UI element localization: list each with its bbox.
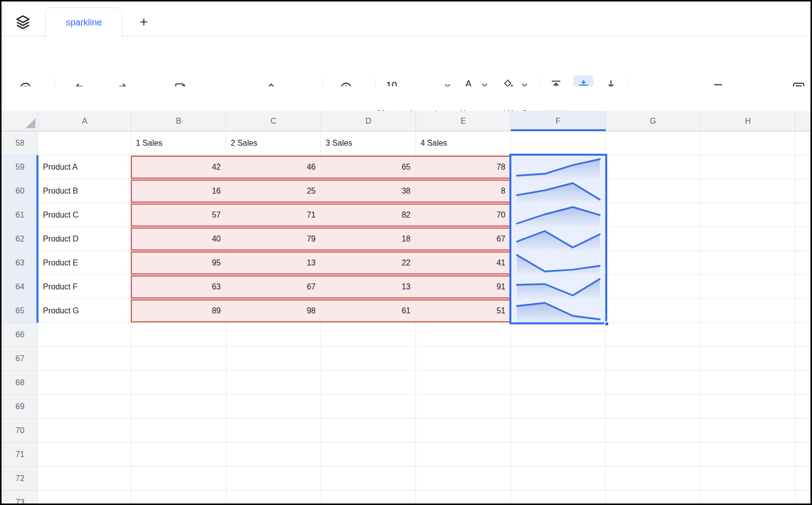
cell-D64[interactable]: 13 — [321, 275, 416, 299]
column-header-E[interactable]: E — [416, 111, 511, 131]
cell-G68[interactable] — [606, 371, 701, 395]
cell-B58[interactable]: 1 Sales — [131, 131, 226, 155]
cell-D62[interactable]: 18 — [321, 227, 416, 251]
cell-B64[interactable]: 63 — [131, 275, 226, 299]
cell-D72[interactable] — [321, 467, 416, 491]
cell-I71[interactable] — [796, 443, 811, 467]
cell-G64[interactable] — [606, 275, 701, 299]
cell-E58[interactable]: 4 Sales — [416, 131, 511, 155]
cell-I67[interactable] — [796, 347, 811, 371]
cell-G65[interactable] — [606, 299, 701, 323]
cell-C71[interactable] — [226, 443, 321, 467]
cell-C67[interactable] — [226, 347, 321, 371]
column-header-I[interactable] — [796, 111, 811, 131]
cell-H69[interactable] — [701, 395, 796, 419]
cell-C64[interactable]: 67 — [226, 275, 321, 299]
cell-H71[interactable] — [701, 443, 796, 467]
cell-E59[interactable]: 78 — [416, 155, 511, 179]
cell-B67[interactable] — [131, 347, 226, 371]
cell-G58[interactable] — [606, 131, 701, 155]
cell-D60[interactable]: 38 — [321, 179, 416, 203]
cell-H61[interactable] — [701, 203, 796, 227]
row-header-59[interactable]: 59 — [1, 155, 38, 179]
cell-B70[interactable] — [131, 419, 226, 443]
cell-G66[interactable] — [606, 323, 701, 347]
cell-D69[interactable] — [321, 395, 416, 419]
cell-A71[interactable] — [38, 443, 131, 467]
cell-G63[interactable] — [606, 251, 701, 275]
cell-E70[interactable] — [416, 419, 511, 443]
row-header-67[interactable]: 67 — [1, 347, 38, 371]
cell-I72[interactable] — [796, 467, 811, 491]
cell-E73[interactable] — [416, 491, 511, 505]
cell-D65[interactable]: 61 — [321, 299, 416, 323]
row-header-66[interactable]: 66 — [1, 323, 38, 347]
cell-B61[interactable]: 57 — [131, 203, 226, 227]
cell-A60[interactable]: Product B — [38, 179, 131, 203]
cell-H59[interactable] — [701, 155, 796, 179]
cell-F70[interactable] — [511, 419, 606, 443]
cell-H73[interactable] — [701, 491, 796, 505]
row-header-70[interactable]: 70 — [1, 419, 38, 443]
cell-E68[interactable] — [416, 371, 511, 395]
cell-E72[interactable] — [416, 467, 511, 491]
cell-B65[interactable]: 89 — [131, 299, 226, 323]
cell-H68[interactable] — [701, 371, 796, 395]
cell-D61[interactable]: 82 — [321, 203, 416, 227]
cell-D70[interactable] — [321, 419, 416, 443]
cell-C63[interactable]: 13 — [226, 251, 321, 275]
cell-I70[interactable] — [796, 419, 811, 443]
cell-I62[interactable] — [796, 227, 811, 251]
cell-B73[interactable] — [131, 491, 226, 505]
cell-E69[interactable] — [416, 395, 511, 419]
cell-G71[interactable] — [606, 443, 701, 467]
cell-D59[interactable]: 65 — [321, 155, 416, 179]
cell-I73[interactable] — [796, 491, 811, 505]
cell-B69[interactable] — [131, 395, 226, 419]
cell-A67[interactable] — [38, 347, 131, 371]
cell-H65[interactable] — [701, 299, 796, 323]
cell-F58[interactable] — [511, 131, 606, 155]
cell-A64[interactable]: Product F — [38, 275, 131, 299]
cell-I59[interactable] — [796, 155, 811, 179]
cell-E64[interactable]: 91 — [416, 275, 511, 299]
cell-H60[interactable] — [701, 179, 796, 203]
cell-D63[interactable]: 22 — [321, 251, 416, 275]
cell-C73[interactable] — [226, 491, 321, 505]
cell-F61[interactable] — [511, 203, 606, 227]
cell-A63[interactable]: Product E — [38, 251, 131, 275]
cell-G59[interactable] — [606, 155, 701, 179]
cell-A73[interactable] — [38, 491, 131, 505]
cell-C62[interactable]: 79 — [226, 227, 321, 251]
add-sheet-button[interactable]: + — [135, 13, 152, 30]
row-header-69[interactable]: 69 — [1, 395, 38, 419]
cell-C68[interactable] — [226, 371, 321, 395]
row-header-72[interactable]: 72 — [1, 467, 38, 491]
column-header-B[interactable]: B — [131, 111, 226, 131]
cell-E60[interactable]: 8 — [416, 179, 511, 203]
cell-B71[interactable] — [131, 443, 226, 467]
cell-F69[interactable] — [511, 395, 606, 419]
cell-G61[interactable] — [606, 203, 701, 227]
cell-H66[interactable] — [701, 323, 796, 347]
cell-I68[interactable] — [796, 371, 811, 395]
cell-F67[interactable] — [511, 347, 606, 371]
cell-F65[interactable] — [511, 299, 606, 323]
cell-B62[interactable]: 40 — [131, 227, 226, 251]
cell-A61[interactable]: Product C — [38, 203, 131, 227]
cell-F64[interactable] — [511, 275, 606, 299]
cell-H63[interactable] — [701, 251, 796, 275]
cell-H67[interactable] — [701, 347, 796, 371]
cell-D71[interactable] — [321, 443, 416, 467]
cell-E71[interactable] — [416, 443, 511, 467]
column-header-G[interactable]: G — [606, 111, 701, 131]
cell-C59[interactable]: 46 — [226, 155, 321, 179]
cell-A58[interactable] — [38, 131, 131, 155]
cell-F63[interactable] — [511, 251, 606, 275]
row-header-73[interactable]: 73 — [1, 491, 38, 505]
cell-G73[interactable] — [606, 491, 701, 505]
cell-F59[interactable] — [511, 155, 606, 179]
cell-D66[interactable] — [321, 323, 416, 347]
row-header-58[interactable]: 58 — [1, 131, 38, 155]
cell-I60[interactable] — [796, 179, 811, 203]
